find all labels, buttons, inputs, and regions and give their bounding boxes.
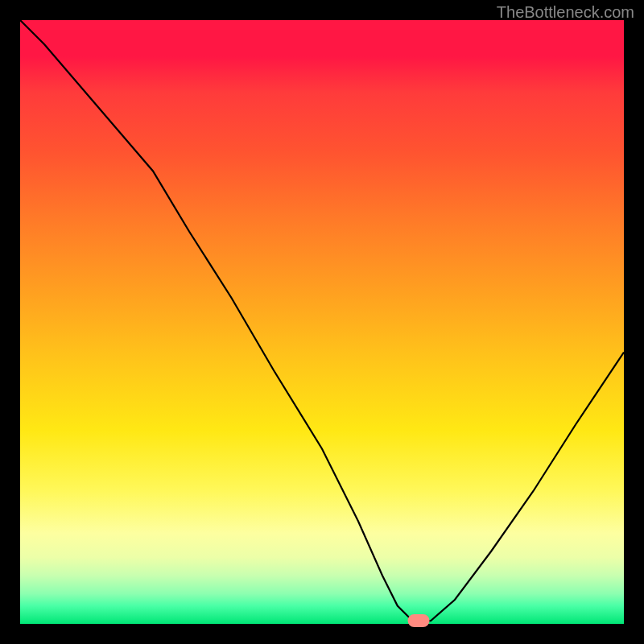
plot-area	[20, 20, 624, 624]
bottleneck-curve	[20, 20, 624, 621]
watermark-text: TheBottleneck.com	[497, 3, 634, 22]
optimal-marker	[408, 614, 430, 627]
curve-svg	[20, 20, 624, 624]
